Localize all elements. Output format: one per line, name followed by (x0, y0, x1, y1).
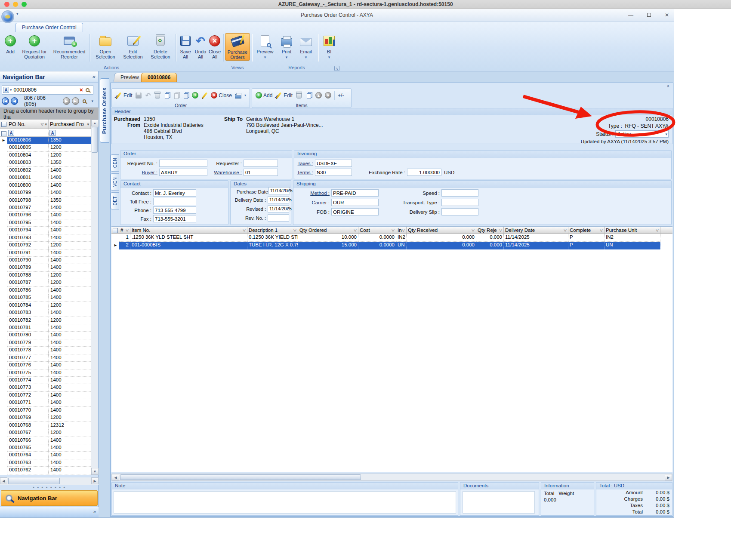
po-list-row[interactable]: 000108021400 (0, 167, 91, 174)
search-type-dropdown-icon[interactable]: ▾ (10, 88, 12, 92)
add-button[interactable]: + Add (3, 33, 18, 54)
scroll-down-icon[interactable]: ▼ (91, 468, 99, 475)
taxes-input[interactable] (315, 160, 352, 167)
po-list-row[interactable]: 000107631400 (0, 459, 91, 467)
po-list-row[interactable]: 000107971400 (0, 204, 91, 212)
phone-input[interactable] (153, 206, 196, 214)
purchased-from-filter-cell[interactable]: A (49, 129, 91, 136)
scroll-thumb[interactable] (92, 127, 98, 153)
column-filter-icon[interactable]: ▽ (126, 228, 129, 232)
fax-input[interactable] (153, 215, 196, 222)
po-list-row[interactable]: 000107851400 (0, 294, 91, 302)
column-filter-icon[interactable]: ▽ (656, 228, 659, 232)
delete-selection-button[interactable]: Delete Selection (147, 33, 174, 59)
po-no-filter-icon[interactable]: ▽ (41, 122, 44, 126)
maximize-button[interactable] (640, 11, 657, 19)
status-dropdown[interactable]: Active ▾ (615, 130, 669, 138)
items-scroll-right-icon[interactable]: ▶ (665, 474, 672, 481)
column-filter-icon[interactable]: ▽ (392, 228, 395, 232)
items-column-header[interactable]: Purchase Unit▽ (605, 227, 660, 234)
scroll-up-icon[interactable]: ▲ (91, 120, 99, 126)
first-record-button[interactable]: ◀ (2, 97, 9, 105)
tab-00010806[interactable]: 00010806 (141, 73, 177, 82)
item-recycle-icon[interactable] (296, 92, 302, 99)
buyer-input[interactable] (159, 169, 207, 176)
items-horizontal-scrollbar[interactable]: ◀ ▶ (111, 474, 672, 481)
revised-date-input[interactable]: 11/14/2025▾ (268, 205, 289, 212)
plus-minus-button[interactable]: +/- (338, 92, 344, 98)
items-column-header[interactable]: Qty Reje▽ (476, 227, 504, 234)
column-filter-icon[interactable]: ▽ (600, 228, 603, 232)
undo-all-button[interactable]: ↶ Undo All (194, 33, 207, 59)
po-list-row[interactable]: 000107691200 (0, 414, 91, 422)
po-list-row[interactable]: 000107771400 (0, 354, 91, 362)
request-no-input[interactable] (159, 160, 207, 167)
po-list-row[interactable]: 000107721400 (0, 392, 91, 399)
item-add-button[interactable]: +Add (256, 92, 272, 98)
items-grid-row[interactable]: ►2001-0000BISTUBE H.R. 12G X 0.75"...15.… (111, 242, 672, 249)
buyer-link[interactable]: Buyer : (120, 170, 159, 175)
po-list-row[interactable]: 000107701400 (0, 407, 91, 414)
po-list-row[interactable]: 000107981350 (0, 197, 91, 204)
request-for-quotation-button[interactable]: + Request for Quotation (19, 33, 50, 59)
preview-dropdown-icon[interactable]: ▾ (264, 55, 266, 60)
po-list-row[interactable]: 000107811400 (0, 324, 91, 332)
grid-corner-icon[interactable] (0, 120, 7, 129)
column-header-po-no[interactable]: PO No. ▽ ▾ (7, 120, 49, 129)
item-edit-button[interactable]: Edit (275, 92, 293, 99)
contact-input[interactable] (153, 189, 196, 197)
tab-gen[interactable]: GEN (111, 154, 119, 172)
items-column-header[interactable]: Complete▽ (568, 227, 605, 234)
scroll-left-icon[interactable]: ◀ (0, 477, 7, 484)
items-scroll-left-icon[interactable]: ◀ (112, 474, 119, 481)
send-icon[interactable]: + (192, 92, 198, 99)
items-column-header[interactable]: Description 1▽ (247, 227, 298, 234)
po-list-row[interactable]: 000107621400 (0, 467, 91, 474)
recycle-icon[interactable] (154, 92, 161, 99)
purchase-date-input[interactable]: 11/14/2025▾ (268, 187, 290, 194)
tab-det[interactable]: DET (111, 192, 119, 209)
po-list-row[interactable]: 000107961400 (0, 212, 91, 219)
duplicate-icon[interactable] (182, 92, 189, 99)
open-selection-button[interactable]: Open Selection (92, 33, 119, 59)
order-print-dropdown-icon[interactable]: ▾ (244, 93, 246, 97)
po-list-row[interactable]: 000107861400 (0, 287, 91, 294)
column-filter-icon[interactable]: ▽ (293, 228, 296, 232)
email-button[interactable]: Email ▾ (296, 33, 315, 60)
edit-selection-button[interactable]: Edit Selection (120, 33, 146, 59)
print-dropdown-icon[interactable]: ▾ (286, 55, 288, 60)
po-no-sort-dropdown-icon[interactable]: ▾ (45, 122, 47, 126)
tab-ven[interactable]: VEN (111, 173, 119, 191)
last-record-button[interactable]: ▶ (72, 97, 79, 105)
print-button[interactable]: Print ▾ (278, 33, 296, 60)
documents-box[interactable] (463, 491, 535, 514)
items-hscroll-thumb[interactable] (120, 474, 361, 480)
po-list-row[interactable]: 000107831400 (0, 309, 91, 317)
delivery-slip-input[interactable] (441, 208, 478, 215)
column-header-purchased-from[interactable]: Purchased Fro ▾ (49, 120, 91, 129)
ribbon-tab-purchase-order-control[interactable]: Purchase Order Control (15, 23, 83, 32)
warehouse-input[interactable] (244, 169, 278, 176)
po-list-vertical-scrollbar[interactable]: ▲ ▼ (91, 120, 98, 475)
app-menu-orb-icon[interactable] (1, 10, 14, 23)
po-list-row[interactable]: 000107931400 (0, 234, 91, 242)
reports-dialog-launcher-icon[interactable]: ↘ (334, 66, 339, 71)
email-dropdown-icon[interactable]: ▾ (305, 55, 307, 60)
sign-icon[interactable] (201, 92, 208, 99)
move-up-icon[interactable]: ▲ (315, 92, 322, 98)
po-list-row[interactable]: 0001076812312 (0, 422, 91, 429)
po-list-row[interactable]: 000107891400 (0, 264, 91, 271)
po-list-row[interactable]: 000108001400 (0, 182, 91, 189)
note-textarea[interactable] (114, 491, 456, 514)
po-list-row[interactable]: 000107871200 (0, 279, 91, 286)
move-down-icon[interactable]: ▼ (325, 92, 331, 98)
copy-icon[interactable] (164, 92, 170, 99)
column-filter-icon[interactable]: ▽ (499, 228, 502, 232)
po-list-row[interactable]: 000107711400 (0, 399, 91, 406)
collapse-panel-icon[interactable]: « (93, 74, 96, 80)
po-list-row[interactable]: 000107731400 (0, 384, 91, 391)
delivery-date-input[interactable]: 11/14/2025▾ (268, 196, 289, 203)
order-print-icon[interactable] (235, 92, 241, 99)
search-icon[interactable] (86, 88, 89, 92)
requester-input[interactable] (244, 160, 278, 167)
